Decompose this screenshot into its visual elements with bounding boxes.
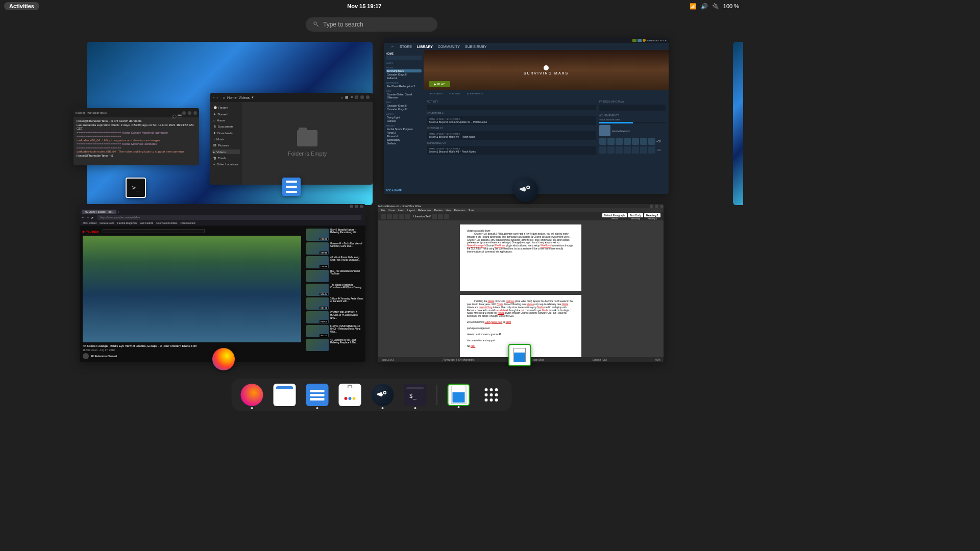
suggestion-item[interactable]: 3:00:16Greece 4K – Bird's Eye View of Sa… (306, 242, 363, 255)
dock-files[interactable] (306, 384, 329, 406)
bookmark-item[interactable]: Fedora Magazine (117, 221, 137, 224)
sidebar-item-home[interactable]: ⌂Home (212, 118, 240, 122)
close-icon[interactable] (193, 111, 197, 115)
view-icon[interactable]: ▦ (345, 95, 349, 99)
nav-store[interactable]: STORE (400, 45, 412, 48)
minimize-icon[interactable]: – (660, 39, 662, 42)
youtube-logo[interactable]: ▶ YouTube (83, 230, 99, 233)
menu-insert[interactable]: Insert (398, 209, 404, 212)
sidebar-item-videos[interactable]: ▸Videos (212, 149, 240, 154)
sidebar-item-downloads[interactable]: ⬇Downloads (212, 131, 240, 135)
achievement-locked-icon[interactable] (648, 146, 655, 154)
sidebar-item-pictures[interactable]: 🖼Pictures (212, 143, 240, 147)
achievement-locked-icon[interactable] (624, 146, 631, 154)
game-surviving-mars[interactable]: Surviving Mars (386, 69, 422, 72)
avatar-icon[interactable] (643, 39, 646, 42)
toolbar-button[interactable] (438, 214, 443, 219)
game-item[interactable]: Portal 2 (386, 131, 422, 134)
forward-icon[interactable]: → (86, 216, 89, 219)
sidebar-item-documents[interactable]: 🗎Documents (212, 124, 240, 129)
sidebar-search[interactable] (386, 56, 422, 60)
maximize-icon[interactable] (655, 205, 658, 208)
sidebar-item-recent[interactable]: ⌚Recent (212, 105, 240, 110)
minimize-icon[interactable] (182, 111, 186, 115)
user-label[interactable]: SUBIE.RUBY (647, 39, 659, 42)
game-item[interactable]: Crusader Kings III (386, 108, 422, 111)
close-icon[interactable] (360, 205, 363, 208)
document-area[interactable]: Usage as a daily driver Gnome 41 is beau… (378, 220, 664, 357)
achievement-icon[interactable] (607, 138, 615, 145)
style-default[interactable]: Default Paragraph (602, 213, 627, 217)
dock-writer[interactable] (448, 384, 470, 406)
nav-profile[interactable]: SUBIE.RUBY (465, 45, 486, 48)
menu-home[interactable]: Home (388, 209, 395, 212)
dock-calendar[interactable] (274, 384, 296, 406)
breadcrumb-videos[interactable]: Videos (239, 96, 250, 99)
dock-software[interactable] (339, 384, 361, 406)
game-item[interactable]: Stellaris (386, 142, 422, 145)
forward-icon[interactable]: › (216, 96, 217, 99)
font-selector[interactable]: Liberation Serif (413, 215, 431, 218)
friends-icon[interactable] (638, 39, 642, 42)
nav-community[interactable]: COMMUNITY (438, 45, 460, 48)
youtube-search[interactable] (103, 229, 205, 233)
new-tab-icon[interactable]: + (117, 210, 119, 213)
close-icon[interactable] (366, 95, 370, 99)
suggestion-item[interactable]: 3:01:563 Hour 4K Amazing Aerial Views of… (306, 297, 363, 310)
friends-box[interactable] (599, 105, 666, 111)
feed-item[interactable]: SMALL UPDATE / PATCH NOTES Below & Beyon… (427, 131, 596, 140)
window-terminal[interactable]: fuser@PhonedierTette:~ ⌕ ≡ [fuser@Phoned… (74, 108, 199, 165)
sidebar-item-other[interactable]: +Other Locations (212, 162, 240, 166)
maximize-icon[interactable] (188, 111, 191, 115)
menu-layout[interactable]: Layout (407, 209, 415, 212)
game-item[interactable]: Fallout 4 (386, 77, 422, 80)
achievement-more[interactable]: +33 (656, 140, 660, 143)
game-item[interactable]: Crusader Kings II (386, 104, 422, 107)
achievement-icon[interactable] (624, 138, 631, 145)
dock-terminal[interactable]: $_ (404, 384, 427, 406)
nav-library[interactable]: LIBRARY (417, 45, 433, 48)
dock-steam[interactable] (372, 384, 394, 406)
game-item[interactable]: Crusader Kings II (386, 73, 422, 76)
toolbar-button[interactable] (393, 214, 398, 219)
achievement-locked-icon[interactable] (616, 146, 623, 154)
toolbar-button[interactable] (399, 214, 404, 219)
steam-back-icon[interactable]: ← (391, 45, 395, 48)
game-item[interactable]: Red Dead Redemption 2 (386, 85, 422, 88)
bookmark-item[interactable]: Most Visited (83, 221, 96, 224)
style-text-body[interactable]: Text Body (628, 213, 643, 217)
bookmark-item[interactable]: Fedora Docs (100, 221, 114, 224)
achievement-icon[interactable] (599, 125, 610, 136)
menu-extension[interactable]: Extension (454, 209, 465, 212)
game-item[interactable]: Factorio (386, 119, 422, 122)
back-icon[interactable]: ‹ (213, 96, 214, 99)
channel-avatar[interactable] (83, 353, 89, 359)
toolbar-button[interactable] (432, 214, 437, 219)
toolbar-button[interactable] (381, 214, 386, 219)
minimize-icon[interactable] (350, 205, 353, 208)
workspace-right-hint[interactable] (733, 42, 743, 205)
back-icon[interactable]: ← (82, 216, 85, 219)
game-item[interactable]: Kerbal Space Program (386, 128, 422, 131)
achievement-locked-icon[interactable] (607, 146, 615, 154)
sidebar-item-music[interactable]: ♪Music (212, 137, 240, 141)
achievement-icon[interactable] (648, 138, 655, 145)
close-icon[interactable]: × (665, 39, 667, 42)
overview-search[interactable]: Type to search (306, 17, 437, 32)
suggestion-item[interactable]: 3:01:23FLYING OVER GREECE (4K UHD) – Rel… (306, 325, 363, 337)
sidebar-item-starred[interactable]: ★Starred (212, 112, 240, 116)
suggestion-item[interactable]: 2:00:01Rio 4K Beautiful Nature – Relaxin… (306, 229, 363, 241)
close-icon[interactable] (660, 205, 664, 208)
bookmark-item[interactable]: Free Content (180, 221, 195, 224)
status-area[interactable]: 📶 🔊 🔌 100 % (690, 3, 739, 10)
game-item[interactable]: Satisfactory (386, 138, 422, 141)
maximize-icon[interactable]: ▫ (663, 39, 664, 42)
achievement-locked-icon[interactable] (640, 146, 647, 154)
reload-icon[interactable]: ⟳ (91, 216, 93, 219)
menu-review[interactable]: Review (434, 209, 443, 212)
status-zoom[interactable]: 90% (655, 358, 660, 361)
maximize-icon[interactable] (355, 205, 358, 208)
status-lang[interactable]: English (UK) (593, 358, 607, 361)
menu-file[interactable]: File (381, 209, 385, 212)
menu-icon[interactable]: ≡ (177, 111, 180, 114)
